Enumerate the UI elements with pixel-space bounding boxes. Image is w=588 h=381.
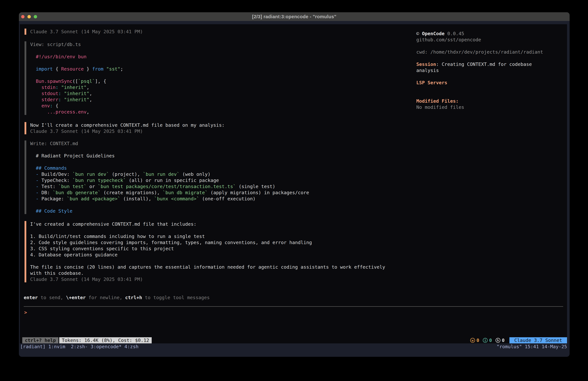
code-line: stdout: "inherit", <box>30 90 123 96</box>
code-line <box>30 60 123 66</box>
message-line: with this codebase. <box>30 270 385 276</box>
markdown-line <box>30 147 309 153</box>
code-line <box>30 47 123 54</box>
code-line: stderr: "inherit", <box>30 96 123 103</box>
sidebar-cwd: cwd: /home/thdxr/dev/projects/radiant/ra… <box>416 49 549 55</box>
status-bar: ctrl+? help Tokens: 16.4K (8%), Cost: $0… <box>20 337 567 343</box>
warning-count: 0 <box>477 337 479 343</box>
input-divider <box>24 306 563 307</box>
minimize-button[interactable] <box>27 15 31 18</box>
info-icon: i <box>483 338 488 343</box>
tmux-host-clock: "romulus" 15:41 14-May-25 <box>497 344 567 350</box>
message-line: I've created a comprehensive CONTEXT.md … <box>30 221 385 227</box>
markdown-block: # Radiant Project Guidelines ## Commands… <box>30 147 309 214</box>
markdown-line: # Radiant Project Guidelines <box>30 153 309 159</box>
tokens-cost-badge: Tokens: 16.4K (8%), Cost: $0.12 <box>59 337 152 343</box>
hint-count: 0 <box>502 337 504 343</box>
assistant-message: Now I'll create a comprehensive CONTEXT.… <box>24 122 225 134</box>
opencode-tui: Claude 3.7 Sonnet (14 May 2025 03:41 PM)… <box>20 24 567 343</box>
model-badge[interactable]: Claude 3.7 Sonnet <box>509 337 567 343</box>
window-titlebar[interactable]: [2/3] radiant:3:opencode - "romulus" <box>19 12 570 21</box>
close-button[interactable] <box>21 15 24 18</box>
sidebar-line: © OpenCode 0.0.45 <box>416 30 549 37</box>
message-line: 4. Database operations guidance <box>30 252 385 258</box>
help-badge[interactable]: ctrl+? help <box>22 337 58 343</box>
tmux-status-bar: [radiant] 1:nvim 2:zsh- 3:opencode* 4:zs… <box>19 343 570 357</box>
markdown-line: - Build/Dev: `bun run dev` (project), `b… <box>30 171 309 177</box>
markdown-line <box>30 202 309 208</box>
message-line: Claude 3.7 Sonnet (14 May 2025 03:41 PM) <box>30 29 143 35</box>
message-line: Now I'll create a comprehensive CONTEXT.… <box>30 122 225 128</box>
hint-icon: h <box>496 338 500 343</box>
message-line: Claude 3.7 Sonnet (14 May 2025 03:41 PM) <box>30 128 225 134</box>
info-counter: i 0 <box>483 337 492 343</box>
tmux-session-windows[interactable]: [radiant] 1:nvim 2:zsh- 3:opencode* 4:zs… <box>20 344 138 350</box>
markdown-line: - DB: `bun db generate` (create migratio… <box>30 190 309 196</box>
markdown-line: ## Commands <box>30 165 309 171</box>
window-title: [2/3] radiant:3:opencode - "romulus" <box>252 14 336 19</box>
sidebar-line: github.com/sst/opencode <box>416 37 549 43</box>
sidebar-line: analysis <box>416 67 549 73</box>
sidebar-line: No modified files <box>416 104 549 110</box>
sidebar-line: Session: Creating CONTEXT.md for codebas… <box>416 61 549 67</box>
code-line: import { Resource } from "sst"; <box>30 66 123 72</box>
warning-counter: w 0 <box>470 337 479 343</box>
code-line: Bun.spawnSync([`psql`], { <box>30 78 123 84</box>
tool-call-header: Write: CONTEXT.md <box>30 140 309 147</box>
hint-counter: h 0 <box>496 337 504 343</box>
sidebar-app-info: © OpenCode 0.0.45github.com/sst/opencode <box>416 30 549 43</box>
sidebar-line: cwd: /home/thdxr/dev/projects/radiant/ra… <box>416 49 549 55</box>
markdown-line: - TypeCheck: `bun run typecheck` (all) o… <box>30 177 309 183</box>
traffic-lights <box>21 12 37 21</box>
sidebar-line: LSP Servers <box>416 80 549 86</box>
sidebar-line: Modified Files: <box>416 98 549 104</box>
message-line <box>30 227 385 233</box>
code-block: #!/usr/bin/env bun import { Resource } f… <box>30 47 123 115</box>
code-line: stdin: "inherit", <box>30 84 123 90</box>
markdown-line: ## Code Style <box>30 208 309 214</box>
markdown-line: - Package: `bun add <package>` (install)… <box>30 196 309 202</box>
sidebar-session: Session: Creating CONTEXT.md for codebas… <box>416 61 549 73</box>
message-line: Claude 3.7 Sonnet (14 May 2025 03:41 PM) <box>30 276 385 282</box>
warning-icon: w <box>470 338 475 343</box>
sidebar-modified-files: Modified Files:No modified files <box>416 98 549 110</box>
code-line <box>30 72 123 78</box>
sidebar-lsp-servers: LSP Servers <box>416 80 549 86</box>
code-line: #!/usr/bin/env bun <box>30 54 123 60</box>
code-line: env: { <box>30 103 123 109</box>
code-line: ...process.env, <box>30 109 123 115</box>
info-count: 0 <box>489 337 492 343</box>
message-line: 3. CSS styling conventions specific to t… <box>30 246 385 252</box>
diagnostics-counters: w 0 i 0 h 0 Claude 3.7 Sonnet <box>470 337 567 343</box>
markdown-line: - Test: `bun test` or `bun test packages… <box>30 183 309 190</box>
zoom-button[interactable] <box>34 15 37 18</box>
message-line <box>30 258 385 264</box>
tool-call-write-context-md: Write: CONTEXT.md # Radiant Project Guid… <box>24 140 309 214</box>
terminal-window: [2/3] radiant:3:opencode - "romulus" Cla… <box>19 12 570 357</box>
input-hint: enter to send, \+enter for newline, ctrl… <box>24 294 210 301</box>
assistant-message-summary: I've created a comprehensive CONTEXT.md … <box>24 221 385 282</box>
tool-call-header: View: script/db.ts <box>30 41 123 47</box>
message-line: The file is concise (20 lines) and captu… <box>30 264 385 270</box>
prompt-input[interactable]: > <box>24 309 27 315</box>
assistant-message-header: Claude 3.7 Sonnet (14 May 2025 03:41 PM) <box>24 29 143 35</box>
tool-call-view-db-ts: View: script/db.ts #!/usr/bin/env bun im… <box>24 41 123 115</box>
message-line: 1. Build/lint/test commands including ho… <box>30 233 385 239</box>
message-line: 2. Code style guidelines covering import… <box>30 239 385 246</box>
markdown-line <box>30 159 309 165</box>
